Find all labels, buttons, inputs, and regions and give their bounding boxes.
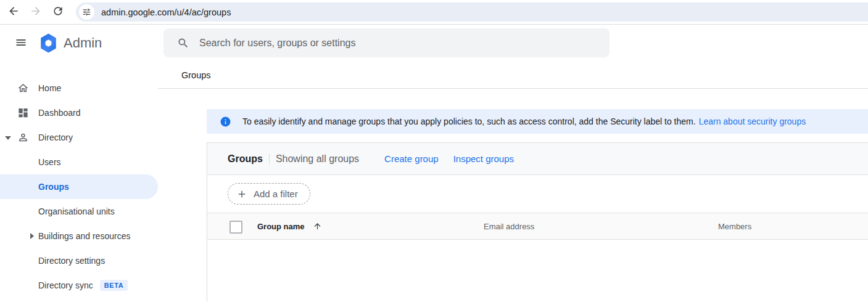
reload-icon [52, 5, 64, 19]
groups-table-header: Group name Email address Members [207, 213, 868, 240]
column-header-members[interactable]: Members [718, 222, 751, 231]
admin-logo [39, 33, 58, 54]
sidebar-item-directory-sync[interactable]: Directory sync BETA [0, 273, 158, 298]
browser-back-button[interactable] [6, 4, 22, 20]
sidebar-item-label: Users [38, 157, 61, 167]
breadcrumb: Groups [158, 62, 868, 89]
sidebar-item-label: Directory sync [38, 280, 93, 290]
url-text[interactable]: admin.google.com/u/4/ac/groups [101, 7, 231, 17]
sidebar-item-label: Dashboard [38, 108, 81, 118]
home-icon [17, 83, 29, 94]
sidebar-item-organisational-units[interactable]: Organisational units [0, 199, 158, 224]
person-icon [17, 132, 29, 144]
menu-icon [15, 36, 27, 51]
sidebar-item-home[interactable]: Home [0, 76, 158, 100]
address-bar[interactable]: admin.google.com/u/4/ac/groups [76, 2, 868, 22]
learn-about-security-groups-link[interactable]: Learn about security groups [699, 116, 806, 126]
browser-toolbar: admin.google.com/u/4/ac/groups [0, 0, 868, 25]
panel-title: Groups [228, 153, 263, 165]
back-icon [7, 5, 20, 19]
search-area [158, 25, 868, 62]
add-filter-label: Add a filter [254, 189, 298, 199]
sort-ascending-icon[interactable] [313, 222, 322, 231]
sidebar-item-label: Directory [38, 133, 73, 142]
select-all-checkbox[interactable] [229, 221, 242, 234]
page-title: Groups [181, 70, 211, 80]
sidebar-item-label: Buildings and resources [38, 231, 130, 241]
forward-icon [30, 5, 42, 19]
site-settings-icon[interactable] [79, 4, 94, 20]
search-input[interactable] [163, 28, 610, 57]
groups-panel: Groups Showing all groups Create group I… [207, 142, 868, 301]
add-filter-button[interactable]: Add a filter [228, 183, 310, 205]
sidebar: Home Dashboard Directory Users Groups [0, 62, 158, 301]
column-header-email-address[interactable]: Email address [484, 222, 534, 231]
sidebar-item-label: Directory settings [38, 256, 105, 266]
groups-table-body [207, 240, 868, 301]
sidebar-item-dashboard[interactable]: Dashboard [0, 100, 158, 125]
column-header-group-name[interactable]: Group name [257, 222, 322, 231]
plus-icon [236, 189, 247, 200]
main-menu-button[interactable] [15, 36, 27, 51]
create-group-button[interactable]: Create group [384, 153, 439, 164]
main-content: Groups To easily identify and manage gro… [158, 62, 868, 301]
dashboard-icon [17, 107, 29, 119]
info-icon [220, 116, 231, 128]
app-header: Admin [0, 25, 868, 62]
browser-reload-button[interactable] [50, 4, 66, 20]
sidebar-item-users[interactable]: Users [0, 150, 158, 174]
banner-message: To easily identify and manage groups tha… [242, 116, 696, 126]
content-area: To easily identify and manage groups tha… [158, 89, 868, 301]
chevron-right-icon[interactable] [30, 233, 34, 239]
sidebar-item-groups[interactable]: Groups [0, 174, 158, 199]
filter-row: Add a filter [207, 175, 868, 213]
brand-area: Admin [0, 25, 158, 62]
google-admin-console: admin.google.com/u/4/ac/groups Adm [0, 0, 868, 302]
browser-forward-button[interactable] [28, 4, 44, 20]
product-name: Admin [64, 35, 102, 51]
sidebar-item-label: Groups [38, 182, 69, 192]
app-body: Home Dashboard Directory Users Groups [0, 62, 868, 301]
sidebar-item-directory[interactable]: Directory [0, 125, 158, 150]
inspect-groups-button[interactable]: Inspect groups [453, 153, 514, 164]
sidebar-item-buildings-and-resources[interactable]: Buildings and resources [0, 224, 158, 248]
sidebar-item-directory-settings[interactable]: Directory settings [0, 248, 158, 273]
beta-badge: BETA [100, 280, 128, 291]
sidebar-item-label: Home [38, 83, 61, 93]
vertical-divider [269, 153, 270, 165]
chevron-down-icon[interactable] [5, 136, 11, 140]
sidebar-item-label: Organisational units [38, 206, 115, 216]
groups-panel-header: Groups Showing all groups Create group I… [207, 143, 868, 175]
security-groups-banner: To easily identify and manage groups tha… [207, 109, 868, 134]
panel-status: Showing all groups [276, 153, 359, 165]
